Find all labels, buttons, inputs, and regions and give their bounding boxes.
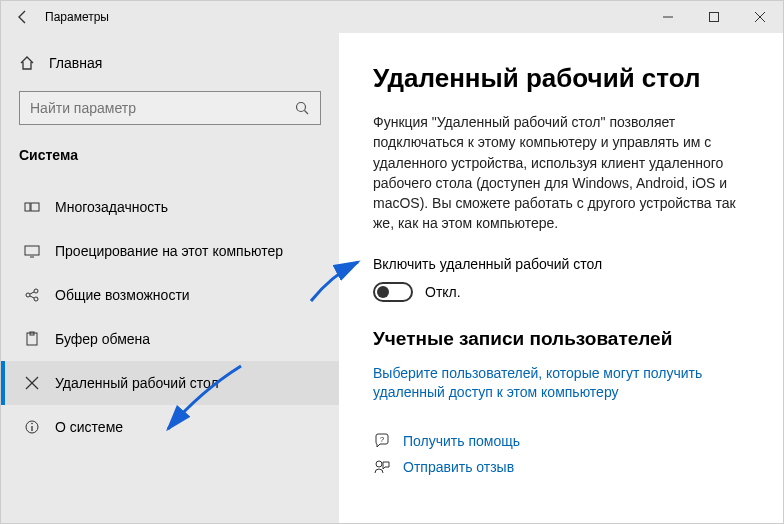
remote-desktop-icon (23, 375, 41, 391)
svg-rect-6 (25, 203, 30, 211)
minimize-icon (663, 12, 673, 22)
titlebar: Параметры (1, 1, 783, 33)
toggle-state: Откл. (425, 284, 461, 300)
sidebar-item-multitasking[interactable]: Многозадачность (1, 185, 339, 229)
clipboard-icon (23, 331, 41, 347)
feedback-icon (373, 459, 391, 475)
svg-point-11 (34, 289, 38, 293)
help-icon: ? (373, 433, 391, 449)
app-body: Главная Система Многозадачность Проециро… (1, 33, 783, 523)
search-input[interactable] (30, 100, 294, 116)
projecting-icon (23, 243, 41, 259)
arrow-left-icon (15, 9, 31, 25)
about-icon (23, 419, 41, 435)
search-icon (294, 100, 310, 116)
section-users-title: Учетные записи пользователей (373, 328, 755, 350)
close-icon (755, 12, 765, 22)
feedback-link[interactable]: Отправить отзыв (403, 459, 514, 475)
select-users-link[interactable]: Выберите пользователей, которые могут по… (373, 364, 755, 403)
svg-point-21 (31, 423, 33, 425)
get-help-row: ? Получить помощь (373, 433, 755, 449)
search-box[interactable] (19, 91, 321, 125)
svg-text:?: ? (380, 434, 385, 443)
remote-desktop-toggle[interactable] (373, 282, 413, 302)
svg-point-23 (376, 461, 382, 467)
get-help-link[interactable]: Получить помощь (403, 433, 520, 449)
sidebar-item-label: Удаленный рабочий стол (55, 375, 219, 391)
close-button[interactable] (737, 1, 783, 33)
sidebar-item-projecting[interactable]: Проецирование на этот компьютер (1, 229, 339, 273)
page-description: Функция "Удаленный рабочий стол" позволя… (373, 112, 755, 234)
svg-line-5 (305, 111, 309, 115)
feedback-row: Отправить отзыв (373, 459, 755, 475)
svg-point-4 (297, 103, 306, 112)
svg-rect-8 (25, 246, 39, 255)
svg-line-14 (30, 296, 34, 298)
multitasking-icon (23, 199, 41, 215)
home-icon (19, 55, 35, 71)
svg-rect-7 (31, 203, 39, 211)
toggle-row: Откл. (373, 282, 755, 302)
sidebar-item-remote-desktop[interactable]: Удаленный рабочий стол (1, 361, 339, 405)
home-nav[interactable]: Главная (1, 45, 339, 81)
sidebar-item-label: Буфер обмена (55, 331, 150, 347)
shared-icon (23, 287, 41, 303)
category-title: Система (1, 143, 339, 185)
sidebar-item-about[interactable]: О системе (1, 405, 339, 449)
minimize-button[interactable] (645, 1, 691, 33)
home-label: Главная (49, 55, 102, 71)
sidebar-item-label: Общие возможности (55, 287, 190, 303)
maximize-button[interactable] (691, 1, 737, 33)
nav-list: Многозадачность Проецирование на этот ко… (1, 185, 339, 449)
sidebar: Главная Система Многозадачность Проециро… (1, 33, 339, 523)
back-button[interactable] (1, 1, 45, 33)
sidebar-item-label: Многозадачность (55, 199, 168, 215)
sidebar-item-label: О системе (55, 419, 123, 435)
sidebar-item-clipboard[interactable]: Буфер обмена (1, 317, 339, 361)
svg-point-12 (34, 297, 38, 301)
svg-line-13 (30, 292, 34, 294)
sidebar-item-label: Проецирование на этот компьютер (55, 243, 283, 259)
svg-rect-1 (710, 13, 719, 22)
svg-point-10 (26, 293, 30, 297)
page-title: Удаленный рабочий стол (373, 63, 755, 94)
toggle-label: Включить удаленный рабочий стол (373, 256, 755, 272)
maximize-icon (709, 12, 719, 22)
content-pane: Удаленный рабочий стол Функция "Удаленны… (339, 33, 783, 523)
window-title: Параметры (45, 10, 109, 24)
sidebar-item-shared[interactable]: Общие возможности (1, 273, 339, 317)
